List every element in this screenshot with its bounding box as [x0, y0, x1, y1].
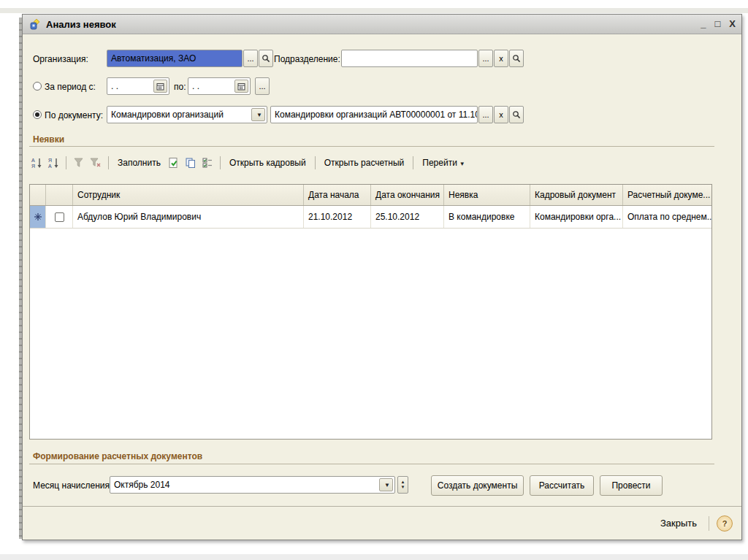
footer-separator — [709, 516, 709, 531]
toolbar-separator — [315, 156, 316, 169]
sort-ascending-icon[interactable]: АЯ — [30, 156, 43, 169]
fill-document-icon[interactable] — [167, 156, 180, 169]
window-footer: Закрыть ? — [23, 506, 741, 540]
calendar-button[interactable] — [153, 80, 167, 93]
spinner-up-icon[interactable]: ▲ — [401, 480, 405, 485]
department-search-button[interactable] — [509, 50, 524, 67]
document-type-select[interactable]: Командировки организаций ▼ — [107, 106, 267, 123]
row-checkbox-cell — [46, 206, 73, 228]
column-header-checkbox[interactable] — [46, 185, 73, 205]
accrual-month-select[interactable]: Октябрь 2014 ▼ — [110, 476, 395, 494]
close-window-button[interactable]: Закрыть — [656, 515, 701, 532]
department-clear-button[interactable]: x — [494, 50, 508, 67]
fill-button[interactable]: Заполнить — [115, 156, 164, 169]
period-from-value: . . — [111, 81, 118, 91]
window-controls: _ □ X — [701, 19, 736, 29]
magnifier-icon — [259, 52, 272, 65]
by-document-radio-label[interactable]: По документу: — [45, 110, 103, 120]
period-to-input[interactable]: . . — [188, 77, 251, 95]
post-button[interactable]: Провести — [600, 475, 663, 496]
period-from-input[interactable]: . . — [107, 77, 169, 95]
cell-date-end[interactable]: 25.10.2012 — [371, 206, 444, 228]
row-checkbox[interactable] — [55, 212, 64, 222]
organization-search-button[interactable] — [259, 50, 273, 67]
organization-label: Организация: — [33, 54, 88, 64]
filter-clear-icon[interactable] — [89, 156, 102, 169]
by-document-radio[interactable] — [33, 110, 42, 119]
cell-hr-doc[interactable]: Командировки орга... — [530, 206, 623, 228]
maximize-button[interactable]: □ — [714, 19, 720, 29]
dropdown-button[interactable]: ▼ — [251, 108, 265, 121]
goto-menu-button[interactable]: Перейти▼ — [419, 156, 468, 169]
calendar-icon — [156, 83, 164, 91]
cell-date-start[interactable]: 21.10.2012 — [304, 206, 371, 228]
calendar-icon — [237, 83, 245, 91]
cell-employee[interactable]: Абдулов Юрий Владимирович — [73, 206, 304, 228]
row-marker-cell — [30, 206, 46, 228]
create-documents-button[interactable]: Создать документы — [431, 475, 524, 496]
sort-descending-icon[interactable]: ЯА — [47, 156, 60, 169]
organization-input[interactable]: Автоматизация, ЗАО — [107, 50, 243, 67]
form-icon — [28, 18, 42, 31]
period-ellipsis-button[interactable]: ... — [255, 77, 270, 95]
absence-marker-icon — [34, 212, 42, 221]
formation-section-title: Формирование расчетных документов — [33, 451, 202, 461]
column-header-calc-doc[interactable]: Расчетный докуме... — [623, 185, 711, 205]
calculate-button[interactable]: Рассчитать — [530, 475, 594, 496]
minimize-button[interactable]: _ — [701, 19, 706, 29]
analysis-absences-window: Анализ неявок _ □ X Организация: Автомат… — [22, 14, 742, 540]
checklist-icon[interactable] — [201, 156, 214, 169]
spinner-down-icon[interactable]: ▼ — [401, 485, 405, 490]
period-to-label: по: — [174, 82, 186, 92]
goto-label: Перейти — [422, 158, 457, 168]
document-ellipsis-button[interactable]: ... — [478, 106, 493, 123]
magnifier-icon — [510, 52, 523, 65]
department-ellipsis-button[interactable]: ... — [478, 50, 493, 67]
period-to-value: . . — [192, 81, 199, 91]
chevron-down-icon: ▼ — [384, 482, 390, 488]
organization-ellipsis-button[interactable]: ... — [243, 50, 258, 67]
window-left-grip[interactable] — [19, 18, 22, 539]
document-search-button[interactable] — [509, 106, 524, 123]
column-header-marker[interactable] — [30, 185, 46, 205]
document-clear-button[interactable]: x — [494, 106, 508, 123]
svg-text:Я: Я — [31, 164, 35, 169]
help-button[interactable]: ? — [717, 515, 733, 532]
chevron-down-icon: ▼ — [459, 161, 465, 167]
cell-absence[interactable]: В командировке — [444, 206, 530, 228]
document-input[interactable]: Командировки организаций АВТ00000001 от … — [270, 106, 478, 123]
toolbar-separator — [66, 156, 66, 169]
toolbar-separator — [108, 156, 109, 169]
cell-calc-doc[interactable]: Оплата по среднем... — [623, 206, 711, 228]
absences-section-rule — [29, 146, 714, 147]
column-header-employee[interactable]: Сотрудник — [73, 185, 304, 205]
copy-icon[interactable] — [184, 156, 197, 169]
department-label: Подразделение: — [274, 54, 340, 64]
accrual-month-value: Октябрь 2014 — [114, 480, 170, 490]
calendar-button[interactable] — [234, 80, 248, 93]
dropdown-button[interactable]: ▼ — [379, 478, 393, 491]
open-calc-document-button[interactable]: Открыть расчетный — [321, 156, 408, 169]
column-header-date-start[interactable]: Дата начала — [304, 185, 371, 205]
table-header-row: Сотрудник Дата начала Дата окончания Нея… — [30, 185, 711, 206]
column-header-date-end[interactable]: Дата окончания — [371, 185, 444, 205]
table-row[interactable]: Абдулов Юрий Владимирович 21.10.2012 25.… — [30, 206, 711, 229]
department-input[interactable] — [341, 50, 478, 67]
period-radio-label[interactable]: За период с: — [45, 82, 96, 92]
svg-text:А: А — [48, 164, 52, 169]
filter-icon[interactable] — [72, 156, 85, 169]
toolbar-separator — [413, 156, 413, 169]
column-header-hr-doc[interactable]: Кадровый документ — [530, 185, 623, 205]
document-type-value: Командировки организаций — [111, 110, 224, 120]
accrual-month-label: Месяц начисления: — [33, 480, 112, 491]
title-bar[interactable]: Анализ неявок _ □ X — [23, 15, 741, 34]
column-header-absence[interactable]: Неявка — [444, 185, 530, 205]
svg-text:А: А — [31, 158, 35, 163]
window-body: Организация: Автоматизация, ЗАО ... Подр… — [23, 34, 741, 540]
close-button[interactable]: X — [729, 19, 736, 29]
absences-section-title: Неявки — [33, 134, 64, 145]
period-radio[interactable] — [33, 82, 42, 91]
absences-table: Сотрудник Дата начала Дата окончания Нея… — [29, 184, 712, 440]
month-spinner[interactable]: ▲ ▼ — [397, 476, 408, 494]
open-hr-document-button[interactable]: Открыть кадровый — [226, 156, 309, 169]
